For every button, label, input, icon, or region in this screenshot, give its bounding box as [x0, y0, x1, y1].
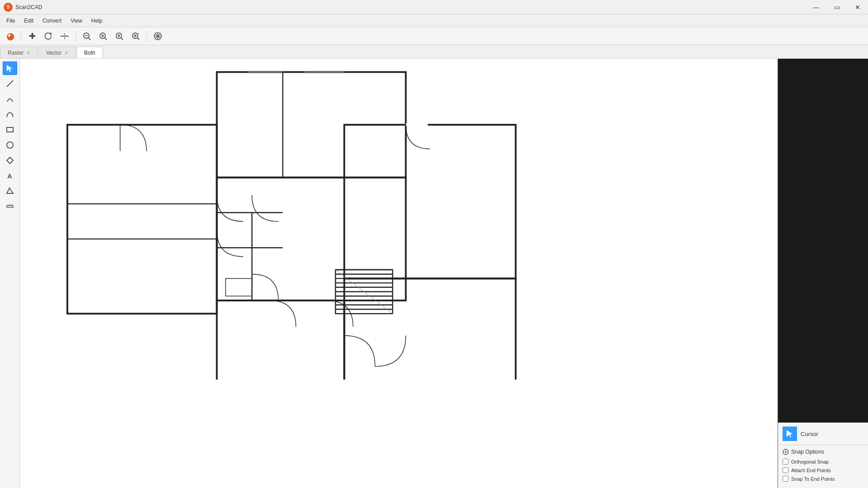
maximize-button[interactable]: ▭	[826, 0, 847, 14]
orthogonal-snap-checkbox[interactable]	[783, 459, 788, 465]
svg-rect-39	[217, 178, 406, 300]
tool-rectangle[interactable]	[3, 123, 17, 136]
tool-bezier[interactable]	[3, 108, 17, 121]
tab-vector-menu-icon: ≡	[65, 50, 68, 55]
tool-line[interactable]	[3, 77, 17, 90]
svg-line-10	[105, 38, 107, 40]
tool-circle[interactable]	[3, 138, 17, 152]
tool-text[interactable]: A	[3, 169, 17, 183]
cursor-icon-box	[783, 427, 797, 441]
snap-options-section: Snap Options Orthogonal Snap Attach End …	[778, 445, 868, 488]
svg-marker-31	[7, 188, 13, 193]
toolbar-separator-3	[146, 31, 147, 42]
tool-arc[interactable]	[3, 92, 17, 106]
svg-marker-0	[50, 32, 52, 36]
zoom-in-button[interactable]	[96, 30, 110, 42]
tab-raster[interactable]: Raster ≡	[0, 47, 38, 58]
svg-line-6	[89, 38, 90, 40]
svg-rect-42	[217, 300, 344, 380]
tabbar: Raster ≡ Vector ≡ Both	[0, 45, 868, 59]
tab-both-label: Both	[84, 50, 95, 56]
window-controls: — ▭ ✕	[806, 0, 868, 14]
attach-end-points-checkbox[interactable]	[783, 467, 788, 473]
close-button[interactable]: ✕	[847, 0, 868, 14]
zoom-out-button[interactable]	[80, 30, 94, 42]
right-panel-controls: Cursor Snap Options Orthogonal Snap Atta…	[778, 422, 868, 488]
svg-line-19	[137, 38, 139, 40]
snap-to-end-points-label[interactable]: Snap To End Points	[791, 476, 835, 482]
snap-orthogonal-option: Orthogonal Snap	[783, 459, 863, 465]
toolbar: ◕ ✚ +	[0, 27, 868, 45]
menu-item-convert[interactable]: Convert	[38, 16, 66, 26]
svg-rect-2	[65, 36, 69, 37]
minimize-button[interactable]: —	[806, 0, 826, 14]
zoom-window-button[interactable]	[112, 30, 127, 42]
menu-item-edit[interactable]: Edit	[19, 16, 38, 26]
orthogonal-snap-label[interactable]: Orthogonal Snap	[791, 459, 829, 465]
svg-line-27	[7, 80, 13, 87]
flip-button[interactable]	[57, 30, 72, 42]
rotate-button[interactable]	[41, 30, 56, 42]
move-button[interactable]: ✚	[25, 30, 39, 42]
svg-marker-68	[787, 430, 793, 437]
snap-to-end-points-checkbox[interactable]	[783, 476, 788, 482]
menu-item-help[interactable]: Help	[87, 16, 107, 26]
left-toolbar: A	[0, 59, 20, 488]
zoom-fit-button[interactable]: +	[128, 30, 143, 42]
attach-end-points-label[interactable]: Attach End Points	[791, 468, 830, 473]
tab-raster-menu-icon: ≡	[27, 50, 30, 55]
svg-rect-33	[7, 206, 13, 207]
menu-item-file[interactable]: File	[2, 16, 19, 26]
svg-rect-28	[7, 127, 13, 132]
right-panel: Cursor Snap Options Orthogonal Snap Atta…	[778, 59, 868, 488]
tool-ruler[interactable]	[3, 200, 17, 213]
svg-rect-1	[61, 36, 64, 37]
titlebar: S Scan2CAD — ▭ ✕	[0, 0, 868, 14]
svg-point-70	[785, 451, 787, 453]
app-title: Scan2CAD	[15, 4, 42, 10]
menubar: FileEditConvertViewHelp	[0, 14, 868, 27]
right-panel-dark-area	[778, 59, 868, 422]
svg-rect-64	[226, 278, 252, 296]
home-button[interactable]: ◕	[3, 30, 17, 42]
svg-marker-26	[7, 65, 12, 72]
menu-item-view[interactable]: View	[66, 16, 87, 26]
snap-options-label: Snap Options	[791, 449, 824, 455]
toolbar-separator	[21, 31, 21, 42]
floorplan-svg	[56, 63, 553, 380]
cursor-label: Cursor	[801, 431, 818, 437]
svg-text:+: +	[137, 32, 139, 36]
snap-icon	[783, 449, 789, 455]
tab-raster-label: Raster	[8, 50, 24, 56]
svg-rect-38	[67, 125, 217, 314]
tab-vector-label: Vector	[46, 50, 61, 56]
tab-vector[interactable]: Vector ≡	[38, 47, 75, 58]
snap-to-end-option: Snap To End Points	[783, 476, 863, 482]
svg-rect-41	[344, 278, 516, 380]
snap-attach-end-option: Attach End Points	[783, 467, 863, 473]
svg-marker-30	[7, 157, 13, 164]
svg-point-29	[7, 142, 13, 148]
main-layout: A	[0, 59, 868, 488]
svg-rect-40	[344, 125, 516, 278]
svg-rect-3	[64, 33, 65, 39]
tab-both[interactable]: Both	[76, 47, 103, 58]
svg-line-14	[121, 38, 123, 40]
tool-select[interactable]	[3, 61, 17, 75]
tool-diamond[interactable]	[3, 154, 17, 167]
snap-options-title: Snap Options	[783, 449, 863, 455]
cursor-section: Cursor	[778, 423, 868, 445]
canvas-area[interactable]	[20, 59, 778, 488]
tool-erase[interactable]	[3, 184, 17, 198]
app-icon: S	[4, 3, 13, 12]
toolbar-separator-2	[75, 31, 76, 42]
process-button[interactable]	[151, 30, 165, 42]
